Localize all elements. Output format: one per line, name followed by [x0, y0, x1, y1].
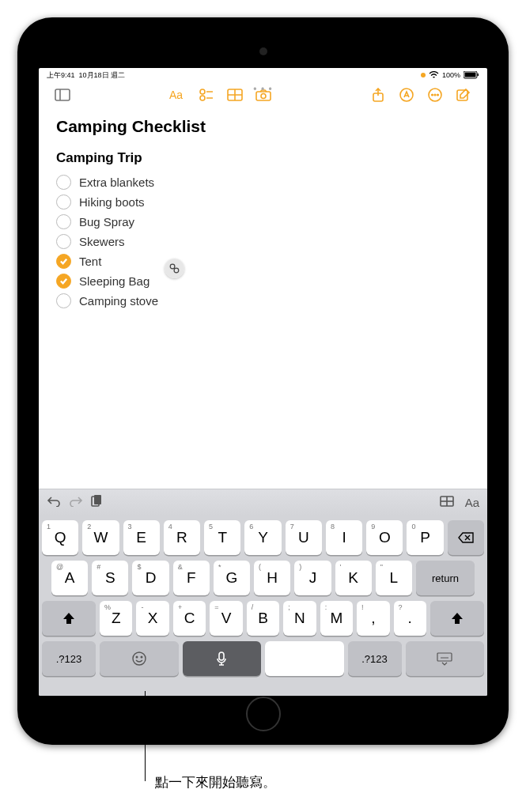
key-a[interactable]: @A: [51, 561, 88, 595]
status-time: 上午9:41: [47, 71, 75, 79]
key-g[interactable]: *G: [214, 561, 250, 595]
key-comma[interactable]: !,: [357, 601, 389, 636]
key-m[interactable]: :M: [320, 601, 353, 636]
checklist-item-label: Tent: [79, 255, 101, 268]
svg-point-32: [141, 656, 142, 658]
svg-point-6: [200, 89, 205, 94]
shift-key-right[interactable]: [430, 601, 484, 636]
checklist-item-label: Extra blankets: [79, 176, 154, 189]
svg-rect-26: [94, 495, 101, 504]
key-u[interactable]: 7U: [286, 520, 322, 555]
svg-rect-3: [55, 89, 70, 100]
callout-line: [145, 691, 146, 781]
key-r[interactable]: 4R: [164, 520, 200, 555]
checklist-item-label: Bug Spray: [79, 215, 134, 228]
checkbox-checked-icon[interactable]: [56, 274, 71, 289]
share-button[interactable]: [364, 83, 392, 107]
status-date: 10月18日 週二: [79, 71, 126, 79]
checkbox-unchecked-icon[interactable]: [56, 234, 71, 249]
key-d[interactable]: $D: [132, 561, 168, 595]
status-left: 上午9:41 10月18日 週二: [47, 70, 125, 81]
key-l[interactable]: "L: [376, 561, 412, 595]
svg-point-22: [170, 264, 175, 269]
insert-table-button[interactable]: [440, 496, 454, 510]
keyboard-shortcut-bar: Aa: [39, 489, 487, 516]
svg-point-30: [133, 652, 146, 665]
key-q[interactable]: 1Q: [42, 520, 78, 555]
sidebar-toggle-button[interactable]: [48, 83, 77, 107]
key-z[interactable]: %Z: [100, 601, 132, 636]
emoji-key[interactable]: [100, 641, 179, 676]
status-bar: 上午9:41 10月18日 週二 100%: [39, 68, 487, 81]
compose-button[interactable]: [449, 83, 478, 107]
checklist-item-label: Camping stove: [79, 294, 158, 308]
checklist-item[interactable]: Extra blankets: [56, 172, 470, 192]
key-h[interactable]: (H: [254, 561, 290, 595]
undo-button[interactable]: [47, 496, 61, 510]
screen: 上午9:41 10月18日 週二 100% • • • Aa: [39, 68, 487, 696]
checkbox-unchecked-icon[interactable]: [56, 175, 71, 190]
battery-percent: 100%: [442, 71, 460, 79]
front-camera: [259, 47, 267, 55]
checklist-item[interactable]: Hiking boots: [56, 192, 470, 212]
markup-button[interactable]: [392, 83, 421, 107]
key-b[interactable]: /B: [247, 601, 279, 636]
svg-rect-1: [465, 73, 476, 77]
shift-key[interactable]: [42, 601, 96, 636]
key-s[interactable]: #S: [92, 561, 128, 595]
key-p[interactable]: 0P: [407, 520, 443, 555]
checkbox-checked-icon[interactable]: [56, 254, 71, 269]
more-button[interactable]: [421, 83, 449, 107]
clipboard-button[interactable]: [91, 495, 102, 511]
key-k[interactable]: 'K: [335, 561, 372, 595]
key-period[interactable]: ?.: [394, 601, 426, 636]
note-body[interactable]: Camping Checklist Camping Trip Extra bla…: [39, 109, 487, 315]
key-f[interactable]: &F: [173, 561, 210, 595]
format-button[interactable]: Aa: [164, 83, 192, 107]
battery-icon: [464, 71, 479, 79]
checkbox-unchecked-icon[interactable]: [56, 214, 71, 229]
key-v[interactable]: =V: [210, 601, 242, 636]
home-button[interactable]: [246, 697, 281, 731]
svg-point-19: [434, 94, 436, 96]
text-format-button[interactable]: Aa: [465, 496, 479, 510]
numeric-key[interactable]: .?123: [42, 641, 96, 676]
checklist-item-label: Hiking boots: [79, 195, 145, 209]
callout-text: 點一下來開始聽寫。: [155, 773, 276, 791]
checklist-button[interactable]: [192, 83, 221, 107]
key-y[interactable]: 6Y: [244, 520, 281, 555]
key-e[interactable]: 3E: [123, 520, 160, 555]
table-button[interactable]: [221, 83, 249, 107]
backspace-key[interactable]: [448, 520, 484, 555]
key-i[interactable]: 8I: [326, 520, 362, 555]
key-n[interactable]: ;N: [283, 601, 316, 636]
dictation-key[interactable]: [183, 641, 262, 676]
onscreen-keyboard: 1Q2W3E4R5T6Y7U8I9O0P @A#S$D&F*G(H)J'K"Lr…: [39, 516, 487, 696]
checkbox-unchecked-icon[interactable]: [56, 293, 71, 308]
svg-point-20: [437, 94, 439, 96]
checklist-item[interactable]: Bug Spray: [56, 212, 470, 232]
key-w[interactable]: 2W: [82, 520, 119, 555]
svg-text:Aa: Aa: [169, 89, 183, 101]
key-j[interactable]: )J: [294, 561, 331, 595]
pointer-cursor-icon: [165, 259, 184, 278]
checklist-item[interactable]: Skewers: [56, 232, 470, 251]
checklist-item[interactable]: Camping stove: [56, 291, 470, 311]
multitask-handle-icon[interactable]: • • •: [253, 84, 272, 95]
key-c[interactable]: +C: [173, 601, 206, 636]
checklist-item[interactable]: Tent: [56, 251, 470, 271]
key-x[interactable]: -X: [136, 601, 168, 636]
hide-keyboard-key[interactable]: [406, 641, 485, 676]
svg-point-8: [200, 96, 205, 100]
checklist: Extra blanketsHiking bootsBug SpraySkewe…: [56, 172, 470, 311]
wifi-icon: [429, 71, 439, 79]
key-t[interactable]: 5T: [204, 520, 240, 555]
space-key[interactable]: [265, 641, 344, 676]
numeric-key-right[interactable]: .?123: [348, 641, 402, 676]
key-o[interactable]: 9O: [366, 520, 403, 555]
svg-point-18: [432, 94, 433, 96]
redo-button[interactable]: [69, 496, 83, 510]
return-key[interactable]: return: [416, 561, 475, 595]
checklist-item[interactable]: Sleeping Bag: [56, 271, 470, 291]
checkbox-unchecked-icon[interactable]: [56, 195, 71, 210]
